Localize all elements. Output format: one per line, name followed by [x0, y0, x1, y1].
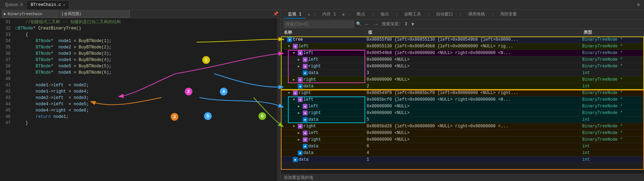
watch-row-rl[interactable]: ▼ ◈ left 0x0085bcf0 {left=0x00000000 <NU…	[281, 96, 644, 103]
circle-3: 3	[171, 113, 178, 121]
code-line-32: □BTNode* CreatBinaryTree()	[15, 25, 274, 32]
val-cell-rlr: 0x00000000 <NULL>	[365, 110, 581, 115]
name-cell-ld: ▶ ◆ data	[281, 84, 365, 89]
code-panel: ▶ BinaryTreeChain (全局范围) 📌 3132333435 36…	[0, 10, 281, 181]
val-cell-lll: 0x00000000 <NULL>	[365, 57, 581, 62]
watch-row-rrd[interactable]: ▶ ◆ data 6 int	[281, 143, 644, 150]
name-cell-llr: ▶ ◈ right	[281, 64, 365, 69]
close-watch1[interactable]: ✕	[306, 12, 311, 17]
watch-row-rll[interactable]: ▶ ◈ left 0x00000000 <NULL> BinaryTreeNod…	[281, 103, 644, 110]
llr-name: right	[308, 64, 321, 69]
class-selector[interactable]: ▶ BinaryTreeChain	[2, 11, 58, 18]
vertical-scrollbar[interactable]	[277, 18, 281, 181]
tab-autowindow[interactable]: 自动窗口	[432, 11, 457, 19]
tab-watch1[interactable]: 监视 1	[284, 11, 305, 19]
nav-back-button[interactable]: ←	[363, 21, 370, 27]
tab-callstack[interactable]: 调用堆栈	[464, 11, 489, 19]
name-cell-rll: ▶ ◈ left	[281, 104, 365, 109]
code-line-45: node4->right = node6;	[15, 107, 274, 114]
watch-row-rrr[interactable]: ▶ ◈ right 0x00000000 <NULL> BinaryTreeNo…	[281, 136, 644, 143]
circle-5: 5	[204, 112, 212, 120]
leftleft-name: left	[303, 51, 314, 55]
td-name: data	[298, 157, 309, 162]
ld-name: data	[303, 84, 314, 89]
rlr-name: right	[308, 110, 321, 115]
watch-row-rd[interactable]: ▶ ◆ data 4 int	[281, 150, 644, 156]
watch-row-lll[interactable]: ▶ ◈ left 0x00000000 <NULL> BinaryTreeNod…	[281, 56, 644, 63]
watch-row-td[interactable]: ▶ ◆ data 1 int	[281, 156, 644, 163]
tab-queue-h[interactable]: Queue.h	[1, 0, 27, 9]
name-cell-lll: ▶ ◈ left	[281, 57, 365, 62]
left1-name: left	[298, 44, 309, 49]
name-cell-tree: ▼ ◆ tree	[281, 37, 365, 42]
name-cell-rrl: ▶ ◈ left	[281, 130, 365, 135]
search-icon[interactable]: 🔍	[356, 21, 361, 27]
rrd-icon: ◆	[303, 144, 308, 149]
ld-icon: ◆	[298, 84, 303, 89]
code-line-36: BTNode* node3 = BuyBTNode(3);	[15, 51, 274, 57]
rr-icon: ◈	[298, 124, 303, 129]
watch-row-rr[interactable]: ▼ ◈ right 0x0085bd28 {left=0x00000000 <N…	[281, 123, 644, 130]
code-line-46: return node1;	[15, 114, 274, 120]
watch-row-tree[interactable]: ▼ ◆ tree 0x00855f08 {left=0x00855130 {le…	[281, 36, 644, 43]
watch-row-left1[interactable]: ▼ ◈ left 0x00855130 {left=0x008549b8 {le…	[281, 43, 644, 50]
watch-row-lld[interactable]: ▶ ◆ data 3 int	[281, 70, 644, 76]
name-cell-rrd: ▶ ◆ data	[281, 144, 365, 149]
tab-btree-label: BTreeChain.c	[31, 2, 61, 7]
val-cell-right1: 0x008549f0 {left=0x0085bcf0 {left=0x0000…	[365, 90, 581, 95]
tab-output[interactable]: 输出	[376, 11, 393, 19]
scope-selector[interactable]: (全局范围)	[60, 11, 130, 18]
lll-icon: ◈	[303, 57, 308, 62]
depth-expand-button[interactable]: ▼	[409, 21, 416, 27]
search-bar: 🔍 ← → 搜索深度: 3 ▼	[281, 20, 644, 29]
type-cell-rrl: BinaryTreeNode *	[581, 130, 644, 135]
circle-4: 4	[220, 88, 228, 95]
watch-row-rlr[interactable]: ▶ ◈ right 0x00000000 <NULL> BinaryTreeNo…	[281, 110, 644, 116]
tab-breakpoints[interactable]: 断点	[353, 11, 369, 19]
watch-footer[interactable]: 添加要监视的项	[281, 174, 644, 181]
lld-name: data	[308, 71, 318, 75]
watch-row-right1[interactable]: ▼ ◈ right 0x008549f0 {left=0x0085bcf0 {l…	[281, 90, 644, 96]
watch-row-lr[interactable]: ▶ ◈ right 0x00000000 <NULL> BinaryTreeNo…	[281, 76, 644, 83]
tab-memory1[interactable]: 内存 1	[318, 11, 340, 19]
name-cell-rld: ▶ ◆ data	[281, 117, 365, 122]
name-cell-td: ▶ ◆ data	[281, 157, 365, 162]
val-cell-lld: 3	[365, 71, 581, 75]
tab-diagnostic[interactable]: 诊断工具	[400, 11, 425, 19]
val-cell-rd: 4	[365, 150, 581, 155]
close-icon[interactable]: ✕	[63, 3, 65, 7]
rrr-name: right	[308, 137, 321, 142]
settings-icon[interactable]: ⚙	[635, 2, 643, 7]
pin-icon[interactable]: 📌	[273, 11, 278, 16]
watch-row-llr[interactable]: ▶ ◈ right 0x00000000 <NULL> BinaryTreeNo…	[281, 63, 644, 70]
nav-forward-button[interactable]: →	[373, 21, 380, 27]
watch-row-leftleft[interactable]: ▼ ◈ left 0x008549b8 {left=0x00000000 <NU…	[281, 50, 644, 56]
leftleft-icon: ◈	[298, 51, 303, 55]
type-cell-rll: BinaryTreeNode *	[581, 104, 644, 109]
type-cell-ld: int	[581, 84, 644, 89]
search-input[interactable]	[284, 21, 354, 28]
watch-row-rrl[interactable]: ▶ ◈ left 0x00000000 <NULL> BinaryTreeNod…	[281, 130, 644, 136]
val-cell-td: 1	[365, 157, 581, 162]
code-line-44: node4->left = node5;	[15, 101, 274, 107]
type-cell-rrr: BinaryTreeNode *	[581, 137, 644, 142]
tab-locals[interactable]: 局部变量	[496, 11, 521, 19]
val-cell-tree: 0x00855f08 {left=0x00855130 {left=0x0085…	[365, 37, 581, 42]
rrd-name: data	[308, 144, 318, 149]
rr-name: right	[303, 124, 316, 129]
tree-name: tree	[293, 37, 303, 42]
right-panel: 监视 1 ✕ | 内存 1 ⊕ | 断点 | 输出 | 诊断工具 | 自动窗口 …	[281, 10, 644, 181]
name-cell-leftleft: ▼ ◈ left	[281, 51, 365, 55]
val-cell-rl: 0x0085bcf0 {left=0x00000000 <NULL> right…	[365, 97, 581, 102]
line-numbers: 3132333435 3637383940 4142434445 4647	[0, 18, 13, 181]
code-line-33: {	[15, 32, 274, 38]
val-cell-lr: 0x00000000 <NULL>	[365, 77, 581, 82]
watch-row-ld[interactable]: ▶ ◆ data 2 int	[281, 83, 644, 90]
tab-btreechain[interactable]: BTreeChain.c ✕	[27, 0, 69, 9]
rl-name: left	[303, 97, 314, 102]
watch-row-rld[interactable]: ▶ ◆ data 5 int	[281, 116, 644, 123]
name-cell-rd: ▶ ◆ data	[281, 150, 365, 155]
watch-header: 名称 值 类型	[281, 29, 644, 36]
pin-memory[interactable]: ⊕	[341, 12, 346, 17]
lr-icon: ◈	[298, 77, 303, 82]
